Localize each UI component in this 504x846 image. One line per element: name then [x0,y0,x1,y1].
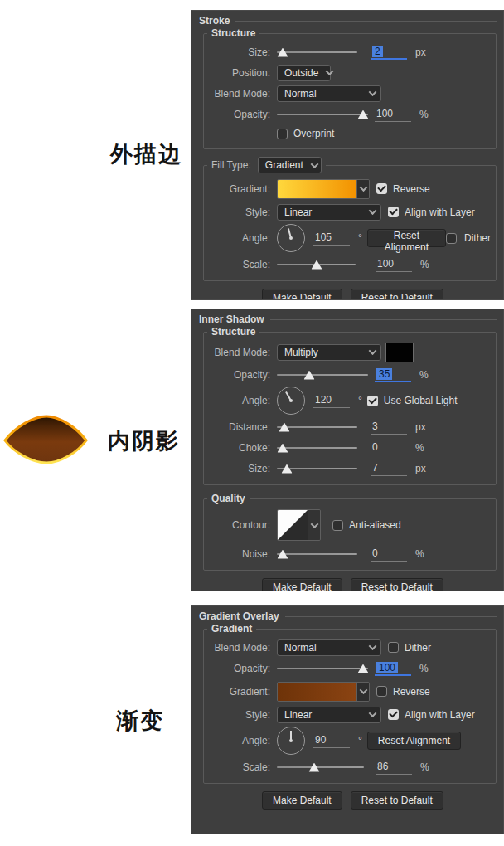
chevron-down-icon [369,709,377,717]
scale-label: Scale: [207,259,270,270]
noise-field[interactable]: 0 [371,547,407,562]
angle-field[interactable]: 105 [313,231,350,246]
position-row: Position: Outside [207,62,491,83]
opacity-field[interactable]: 100 [375,661,411,676]
chevron-down-icon [369,347,377,355]
opacity-slider[interactable] [277,109,368,120]
overprint-checkbox[interactable] [277,129,288,139]
style-select[interactable]: Linear [277,204,381,221]
overprint-label: Overprint [293,128,334,139]
scale-row: Scale: 86 % [207,756,491,777]
angle-unit: ° [358,735,362,746]
inner-shadow-buttons-row: Make Default Reset to Default [262,578,497,591]
gradient-label: Gradient: [207,183,270,195]
angle-row: Angle: 120 ° Use Global Light [207,385,491,416]
choke-field[interactable]: 0 [371,440,407,455]
size-slider[interactable] [277,46,357,58]
size-unit: px [415,46,426,58]
contour-swatch[interactable] [278,510,308,540]
angle-dial[interactable] [277,224,305,252]
dither-checkbox[interactable] [388,642,399,653]
gradient-row: Gradient: Reverse [207,678,491,704]
reset-to-default-button[interactable]: Reset to Default [351,791,443,810]
make-default-button[interactable]: Make Default [262,289,342,300]
blend-mode-select[interactable]: Normal [277,639,381,656]
dither-checkbox[interactable] [446,233,457,244]
position-select[interactable]: Outside [277,65,331,81]
distance-unit: px [415,421,426,433]
scale-slider[interactable] [277,259,356,270]
opacity-row: Opacity: 100 % [207,658,491,678]
choke-slider[interactable] [277,442,357,454]
opacity-field[interactable]: 100 [375,107,411,122]
reset-to-default-button[interactable]: Reset to Default [351,578,443,591]
reverse-checkbox[interactable] [376,686,387,697]
gradient-picker-arrow[interactable] [356,180,369,198]
style-select[interactable]: Linear [277,707,381,723]
structure-group-title: Structure [207,27,259,39]
quality-group-title: Quality [207,493,250,504]
style-value: Linear [284,709,312,721]
opacity-slider[interactable] [277,663,368,674]
size-field[interactable]: 2 [371,45,407,60]
shape-svg [2,410,89,469]
distance-value: 3 [372,421,378,432]
align-with-layer-checkbox[interactable] [388,207,399,217]
scale-unit: % [420,259,429,270]
make-default-button[interactable]: Make Default [262,578,342,591]
noise-slider[interactable] [277,548,357,560]
distance-slider[interactable] [277,421,357,433]
structure-group-title: Structure [207,326,259,338]
style-row: Style: Linear Align with Layer [207,704,491,725]
scale-unit: % [420,761,429,773]
angle-field[interactable]: 120 [313,393,350,408]
opacity-slider[interactable] [277,369,368,381]
gradient-swatch[interactable] [278,180,356,198]
annotation-outer-stroke: 外描边 [110,139,182,169]
style-label: Style: [207,709,270,721]
shadow-color-swatch[interactable] [385,343,414,362]
overprint-row: Overprint [207,124,491,143]
fill-type-select[interactable]: Gradient [258,157,322,173]
gradient-swatch-control[interactable] [277,682,370,702]
angle-field[interactable]: 90 [313,733,350,748]
reset-alignment-button[interactable]: Reset Alignment [367,732,461,750]
gradient-picker-arrow[interactable] [356,683,369,701]
opacity-row: Opacity: 100 % [207,104,491,124]
fill-type-row: Fill Type: Gradient [207,157,326,173]
blend-mode-value: Multiply [284,347,318,358]
angle-dial[interactable] [277,727,305,755]
chevron-down-icon [310,520,318,528]
blend-mode-select[interactable]: Multiply [277,344,381,361]
reset-alignment-button[interactable]: Reset Alignment [367,229,446,247]
scale-field[interactable]: 86 [376,760,412,775]
slider-track [277,668,368,669]
anti-aliased-checkbox[interactable] [332,520,343,531]
blend-mode-row: Blend Mode: Normal Dither [207,637,491,658]
angle-dial[interactable] [277,387,305,415]
contour-control[interactable] [277,509,321,541]
size-slider[interactable] [277,463,357,474]
size-field[interactable]: 7 [371,461,407,476]
opacity-field[interactable]: 35 [375,367,411,382]
scale-field[interactable]: 100 [376,257,412,272]
scale-value: 86 [377,761,388,772]
distance-field[interactable]: 3 [371,420,407,435]
angle-needle [288,228,292,238]
contour-row: Contour: Anti-aliased [207,507,491,543]
make-default-button[interactable]: Make Default [262,791,342,810]
angle-label: Angle: [207,735,270,746]
opacity-label: Opacity: [207,663,270,674]
reverse-label: Reverse [393,183,430,195]
reverse-checkbox[interactable] [376,183,387,194]
gradient-swatch[interactable] [278,683,356,701]
scale-slider[interactable] [277,761,364,773]
contour-picker-arrow[interactable] [308,510,320,540]
align-with-layer-checkbox[interactable] [388,709,399,720]
gradient-swatch-control[interactable] [277,179,370,199]
opacity-row: Opacity: 35 % [207,364,491,385]
gradient-overlay-panel: Gradient Overlay Gradient Blend Mode: No… [191,605,504,834]
use-global-light-checkbox[interactable] [367,396,378,406]
reset-to-default-button[interactable]: Reset to Default [351,289,443,300]
blend-mode-select[interactable]: Normal [277,85,381,102]
